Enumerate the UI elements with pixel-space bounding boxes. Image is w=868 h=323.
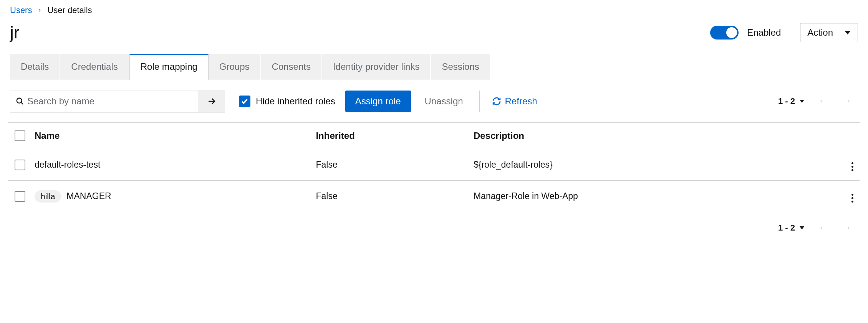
svg-line-2 xyxy=(21,102,23,105)
role-description: Manager-Role in Web-App xyxy=(469,181,841,212)
action-dropdown-label: Action xyxy=(807,27,833,38)
role-description: ${role_default-roles} xyxy=(469,149,841,181)
search-icon xyxy=(16,97,24,105)
row-actions-kebab[interactable] xyxy=(849,160,856,173)
page-title: jr xyxy=(10,23,19,42)
refresh-icon xyxy=(492,97,501,106)
table-row: default-roles-test False ${role_default-… xyxy=(8,149,860,181)
svg-point-1 xyxy=(17,98,22,103)
breadcrumb-users-link[interactable]: Users xyxy=(10,5,32,15)
select-all-checkbox[interactable] xyxy=(15,130,25,141)
page-prev-button[interactable] xyxy=(812,221,831,234)
col-header-inherited: Inherited xyxy=(311,123,469,149)
pagination-top: 1 - 2 xyxy=(778,95,858,108)
page-range-dropdown[interactable]: 1 - 2 xyxy=(778,223,804,233)
role-inherited: False xyxy=(311,181,469,212)
row-checkbox[interactable] xyxy=(15,191,25,202)
svg-marker-4 xyxy=(800,100,804,103)
tab-credentials[interactable]: Credentials xyxy=(60,54,129,80)
breadcrumb-current: User details xyxy=(47,5,92,15)
page-range-label: 1 - 2 xyxy=(778,223,795,233)
page-next-button[interactable] xyxy=(839,95,858,108)
hide-inherited-checkbox[interactable] xyxy=(239,96,250,107)
role-name: MANAGER xyxy=(66,191,111,201)
assign-role-button[interactable]: Assign role xyxy=(345,91,411,112)
tab-sessions[interactable]: Sessions xyxy=(431,54,490,80)
unassign-button[interactable]: Unassign xyxy=(421,91,467,112)
svg-marker-5 xyxy=(800,226,804,229)
role-client-badge: hilla xyxy=(35,190,61,203)
chevron-right-icon xyxy=(846,97,851,105)
pagination-bottom: 1 - 2 xyxy=(8,212,860,244)
arrow-right-icon xyxy=(207,97,216,106)
tab-role-mapping[interactable]: Role mapping xyxy=(129,54,209,80)
caret-down-icon xyxy=(845,31,851,35)
tab-identity-provider-links[interactable]: Identity provider links xyxy=(322,54,431,80)
caret-down-icon xyxy=(800,226,804,229)
col-header-description: Description xyxy=(469,123,841,149)
toolbar-divider xyxy=(479,91,480,112)
refresh-label: Refresh xyxy=(505,96,537,107)
page-range-dropdown[interactable]: 1 - 2 xyxy=(778,96,804,106)
page-next-button[interactable] xyxy=(839,221,858,234)
role-inherited: False xyxy=(311,149,469,181)
hide-inherited-label: Hide inherited roles xyxy=(256,96,335,107)
enabled-label: Enabled xyxy=(747,27,781,38)
chevron-right-icon xyxy=(846,224,851,232)
search-submit-button[interactable] xyxy=(198,90,225,112)
page-header: jr Enabled Action xyxy=(8,23,860,54)
enabled-toggle[interactable] xyxy=(710,26,739,40)
chevron-left-icon xyxy=(819,97,824,105)
tab-details[interactable]: Details xyxy=(10,54,60,80)
row-checkbox[interactable] xyxy=(15,160,25,170)
svg-marker-0 xyxy=(845,31,851,35)
page-prev-button[interactable] xyxy=(812,95,831,108)
row-actions-kebab[interactable] xyxy=(849,191,856,205)
tabs: Details Credentials Role mapping Groups … xyxy=(10,54,860,80)
search-input[interactable] xyxy=(24,91,192,112)
check-icon xyxy=(241,97,248,105)
caret-down-icon xyxy=(800,100,804,103)
toolbar: Hide inherited roles Assign role Unassig… xyxy=(8,80,860,122)
table-row: hilla MANAGER False Manager-Role in Web-… xyxy=(8,181,860,212)
chevron-left-icon xyxy=(819,224,824,232)
action-dropdown[interactable]: Action xyxy=(800,23,858,42)
refresh-button[interactable]: Refresh xyxy=(492,96,537,107)
chevron-right-icon xyxy=(37,8,42,13)
page-range-label: 1 - 2 xyxy=(778,96,795,106)
tab-groups[interactable]: Groups xyxy=(209,54,261,80)
search-box xyxy=(10,90,198,112)
tab-consents[interactable]: Consents xyxy=(261,54,322,80)
roles-table: Name Inherited Description default-roles… xyxy=(8,122,860,212)
breadcrumb: Users User details xyxy=(8,3,860,23)
col-header-name: Name xyxy=(30,123,311,149)
role-name: default-roles-test xyxy=(35,160,100,170)
